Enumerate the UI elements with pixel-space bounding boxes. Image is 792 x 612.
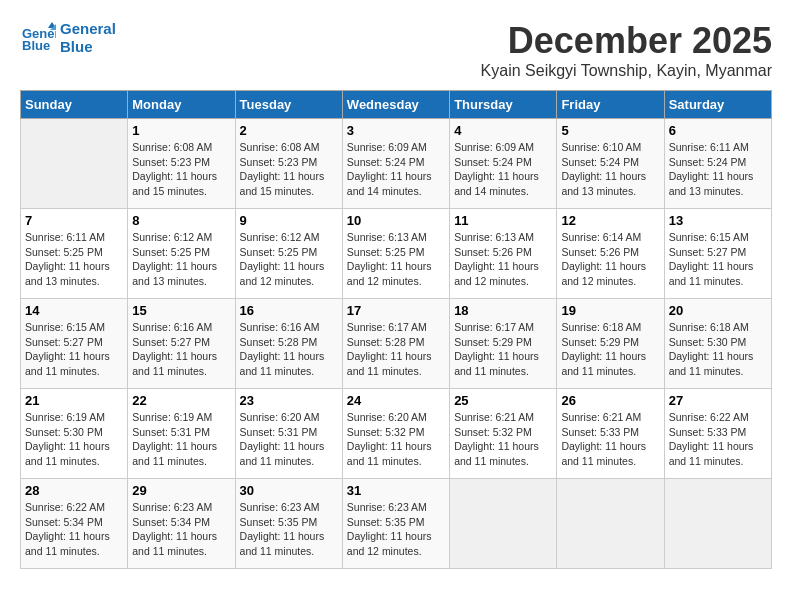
weekday-header-tuesday: Tuesday bbox=[235, 91, 342, 119]
calendar-cell: 1 Sunrise: 6:08 AM Sunset: 5:23 PM Dayli… bbox=[128, 119, 235, 209]
day-number: 25 bbox=[454, 393, 552, 408]
day-info: Sunrise: 6:11 AM Sunset: 5:25 PM Dayligh… bbox=[25, 230, 123, 289]
calendar-cell: 29 Sunrise: 6:23 AM Sunset: 5:34 PM Dayl… bbox=[128, 479, 235, 569]
day-info: Sunrise: 6:17 AM Sunset: 5:29 PM Dayligh… bbox=[454, 320, 552, 379]
day-number: 26 bbox=[561, 393, 659, 408]
day-number: 20 bbox=[669, 303, 767, 318]
day-number: 2 bbox=[240, 123, 338, 138]
calendar-cell: 15 Sunrise: 6:16 AM Sunset: 5:27 PM Dayl… bbox=[128, 299, 235, 389]
logo-icon: General Blue bbox=[20, 20, 56, 56]
calendar-cell: 25 Sunrise: 6:21 AM Sunset: 5:32 PM Dayl… bbox=[450, 389, 557, 479]
day-info: Sunrise: 6:22 AM Sunset: 5:33 PM Dayligh… bbox=[669, 410, 767, 469]
day-number: 23 bbox=[240, 393, 338, 408]
day-number: 10 bbox=[347, 213, 445, 228]
calendar-cell bbox=[450, 479, 557, 569]
day-info: Sunrise: 6:16 AM Sunset: 5:27 PM Dayligh… bbox=[132, 320, 230, 379]
calendar-cell: 19 Sunrise: 6:18 AM Sunset: 5:29 PM Dayl… bbox=[557, 299, 664, 389]
day-info: Sunrise: 6:20 AM Sunset: 5:32 PM Dayligh… bbox=[347, 410, 445, 469]
calendar-cell: 20 Sunrise: 6:18 AM Sunset: 5:30 PM Dayl… bbox=[664, 299, 771, 389]
day-info: Sunrise: 6:19 AM Sunset: 5:31 PM Dayligh… bbox=[132, 410, 230, 469]
calendar-cell: 30 Sunrise: 6:23 AM Sunset: 5:35 PM Dayl… bbox=[235, 479, 342, 569]
calendar-cell: 31 Sunrise: 6:23 AM Sunset: 5:35 PM Dayl… bbox=[342, 479, 449, 569]
calendar-cell: 7 Sunrise: 6:11 AM Sunset: 5:25 PM Dayli… bbox=[21, 209, 128, 299]
calendar-cell: 26 Sunrise: 6:21 AM Sunset: 5:33 PM Dayl… bbox=[557, 389, 664, 479]
day-info: Sunrise: 6:20 AM Sunset: 5:31 PM Dayligh… bbox=[240, 410, 338, 469]
logo: General Blue General Blue bbox=[20, 20, 116, 56]
day-info: Sunrise: 6:22 AM Sunset: 5:34 PM Dayligh… bbox=[25, 500, 123, 559]
day-number: 11 bbox=[454, 213, 552, 228]
calendar-cell bbox=[664, 479, 771, 569]
calendar-header: SundayMondayTuesdayWednesdayThursdayFrid… bbox=[21, 91, 772, 119]
calendar-cell: 10 Sunrise: 6:13 AM Sunset: 5:25 PM Dayl… bbox=[342, 209, 449, 299]
calendar-week-4: 28 Sunrise: 6:22 AM Sunset: 5:34 PM Dayl… bbox=[21, 479, 772, 569]
calendar-cell bbox=[21, 119, 128, 209]
day-info: Sunrise: 6:09 AM Sunset: 5:24 PM Dayligh… bbox=[347, 140, 445, 199]
calendar-cell: 9 Sunrise: 6:12 AM Sunset: 5:25 PM Dayli… bbox=[235, 209, 342, 299]
weekday-header-friday: Friday bbox=[557, 91, 664, 119]
day-number: 3 bbox=[347, 123, 445, 138]
calendar-cell: 22 Sunrise: 6:19 AM Sunset: 5:31 PM Dayl… bbox=[128, 389, 235, 479]
day-number: 13 bbox=[669, 213, 767, 228]
day-info: Sunrise: 6:09 AM Sunset: 5:24 PM Dayligh… bbox=[454, 140, 552, 199]
calendar-cell: 23 Sunrise: 6:20 AM Sunset: 5:31 PM Dayl… bbox=[235, 389, 342, 479]
calendar-cell: 11 Sunrise: 6:13 AM Sunset: 5:26 PM Dayl… bbox=[450, 209, 557, 299]
calendar-cell: 17 Sunrise: 6:17 AM Sunset: 5:28 PM Dayl… bbox=[342, 299, 449, 389]
day-number: 8 bbox=[132, 213, 230, 228]
day-info: Sunrise: 6:10 AM Sunset: 5:24 PM Dayligh… bbox=[561, 140, 659, 199]
weekday-header-thursday: Thursday bbox=[450, 91, 557, 119]
day-number: 24 bbox=[347, 393, 445, 408]
day-info: Sunrise: 6:11 AM Sunset: 5:24 PM Dayligh… bbox=[669, 140, 767, 199]
calendar-cell: 5 Sunrise: 6:10 AM Sunset: 5:24 PM Dayli… bbox=[557, 119, 664, 209]
day-info: Sunrise: 6:15 AM Sunset: 5:27 PM Dayligh… bbox=[25, 320, 123, 379]
day-info: Sunrise: 6:17 AM Sunset: 5:28 PM Dayligh… bbox=[347, 320, 445, 379]
day-number: 18 bbox=[454, 303, 552, 318]
day-number: 4 bbox=[454, 123, 552, 138]
day-info: Sunrise: 6:13 AM Sunset: 5:26 PM Dayligh… bbox=[454, 230, 552, 289]
calendar-cell: 24 Sunrise: 6:20 AM Sunset: 5:32 PM Dayl… bbox=[342, 389, 449, 479]
calendar-cell: 2 Sunrise: 6:08 AM Sunset: 5:23 PM Dayli… bbox=[235, 119, 342, 209]
calendar-cell: 18 Sunrise: 6:17 AM Sunset: 5:29 PM Dayl… bbox=[450, 299, 557, 389]
svg-text:Blue: Blue bbox=[22, 38, 50, 53]
day-number: 15 bbox=[132, 303, 230, 318]
day-number: 19 bbox=[561, 303, 659, 318]
calendar-cell: 16 Sunrise: 6:16 AM Sunset: 5:28 PM Dayl… bbox=[235, 299, 342, 389]
day-info: Sunrise: 6:18 AM Sunset: 5:29 PM Dayligh… bbox=[561, 320, 659, 379]
day-number: 1 bbox=[132, 123, 230, 138]
day-number: 9 bbox=[240, 213, 338, 228]
calendar-cell: 12 Sunrise: 6:14 AM Sunset: 5:26 PM Dayl… bbox=[557, 209, 664, 299]
day-number: 28 bbox=[25, 483, 123, 498]
calendar-cell: 27 Sunrise: 6:22 AM Sunset: 5:33 PM Dayl… bbox=[664, 389, 771, 479]
day-info: Sunrise: 6:16 AM Sunset: 5:28 PM Dayligh… bbox=[240, 320, 338, 379]
calendar-week-2: 14 Sunrise: 6:15 AM Sunset: 5:27 PM Dayl… bbox=[21, 299, 772, 389]
day-number: 7 bbox=[25, 213, 123, 228]
day-info: Sunrise: 6:23 AM Sunset: 5:35 PM Dayligh… bbox=[347, 500, 445, 559]
day-info: Sunrise: 6:12 AM Sunset: 5:25 PM Dayligh… bbox=[132, 230, 230, 289]
logo-blue: Blue bbox=[60, 38, 116, 56]
calendar-cell: 6 Sunrise: 6:11 AM Sunset: 5:24 PM Dayli… bbox=[664, 119, 771, 209]
calendar-cell: 3 Sunrise: 6:09 AM Sunset: 5:24 PM Dayli… bbox=[342, 119, 449, 209]
calendar-cell: 21 Sunrise: 6:19 AM Sunset: 5:30 PM Dayl… bbox=[21, 389, 128, 479]
day-info: Sunrise: 6:21 AM Sunset: 5:33 PM Dayligh… bbox=[561, 410, 659, 469]
calendar-cell bbox=[557, 479, 664, 569]
weekday-header-saturday: Saturday bbox=[664, 91, 771, 119]
day-number: 27 bbox=[669, 393, 767, 408]
calendar-cell: 8 Sunrise: 6:12 AM Sunset: 5:25 PM Dayli… bbox=[128, 209, 235, 299]
weekday-header-sunday: Sunday bbox=[21, 91, 128, 119]
day-number: 30 bbox=[240, 483, 338, 498]
day-info: Sunrise: 6:08 AM Sunset: 5:23 PM Dayligh… bbox=[240, 140, 338, 199]
logo-general: General bbox=[60, 20, 116, 38]
weekday-header-wednesday: Wednesday bbox=[342, 91, 449, 119]
calendar-cell: 14 Sunrise: 6:15 AM Sunset: 5:27 PM Dayl… bbox=[21, 299, 128, 389]
day-info: Sunrise: 6:19 AM Sunset: 5:30 PM Dayligh… bbox=[25, 410, 123, 469]
day-number: 17 bbox=[347, 303, 445, 318]
day-number: 31 bbox=[347, 483, 445, 498]
day-number: 14 bbox=[25, 303, 123, 318]
day-info: Sunrise: 6:21 AM Sunset: 5:32 PM Dayligh… bbox=[454, 410, 552, 469]
day-number: 6 bbox=[669, 123, 767, 138]
day-number: 22 bbox=[132, 393, 230, 408]
calendar-cell: 13 Sunrise: 6:15 AM Sunset: 5:27 PM Dayl… bbox=[664, 209, 771, 299]
day-info: Sunrise: 6:18 AM Sunset: 5:30 PM Dayligh… bbox=[669, 320, 767, 379]
month-title: December 2025 bbox=[481, 20, 772, 62]
page-header: General Blue General Blue December 2025 … bbox=[20, 20, 772, 80]
location-title: Kyain Seikgyi Township, Kayin, Myanmar bbox=[481, 62, 772, 80]
